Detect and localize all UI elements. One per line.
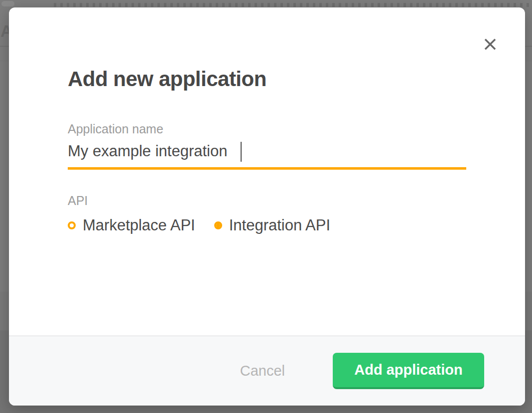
background-page-remnant xyxy=(1,1,14,6)
radio-label: Marketplace API xyxy=(83,216,195,234)
dialog-footer: Cancel Add application xyxy=(9,335,525,406)
text-cursor xyxy=(241,142,242,162)
radio-unselected-icon xyxy=(68,221,76,229)
background-dashed-pattern xyxy=(54,3,531,7)
cancel-button[interactable]: Cancel xyxy=(240,363,285,379)
radio-label: Integration API xyxy=(229,216,330,234)
radio-marketplace-api[interactable]: Marketplace API xyxy=(68,216,195,234)
close-icon xyxy=(483,37,498,53)
application-name-input[interactable] xyxy=(68,138,466,170)
close-button[interactable] xyxy=(481,36,499,54)
api-radio-group: Marketplace API Integration API xyxy=(68,216,330,234)
add-application-button[interactable]: Add application xyxy=(333,353,484,389)
add-application-dialog: Add new application Application name API… xyxy=(9,7,525,406)
radio-selected-icon xyxy=(214,221,222,229)
dialog-title: Add new application xyxy=(68,67,266,91)
application-name-label: Application name xyxy=(68,122,163,136)
api-label: API xyxy=(68,194,88,208)
radio-integration-api[interactable]: Integration API xyxy=(214,216,330,234)
